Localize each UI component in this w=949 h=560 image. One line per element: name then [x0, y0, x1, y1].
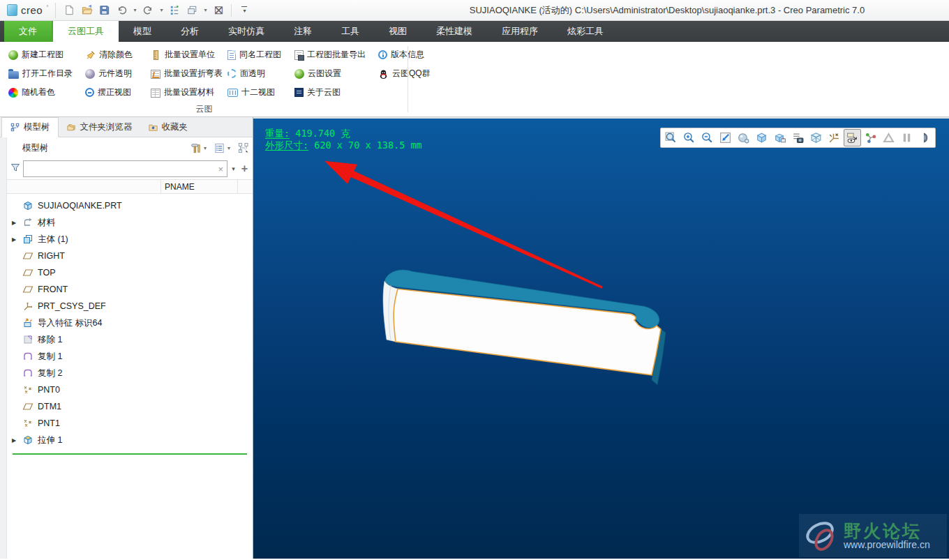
tree-item-dtm1[interactable]: DTM1 — [10, 398, 253, 415]
model-tree: SUJIAOQIANKE.PRT ▶材料 ▶主体 (1) RIGHT TOP F… — [7, 194, 253, 559]
body-icon — [22, 234, 33, 245]
filter-clear-icon[interactable]: × — [217, 164, 225, 174]
undo-icon[interactable] — [114, 3, 129, 18]
display-style-icon[interactable] — [753, 129, 770, 146]
refit-icon[interactable] — [717, 129, 734, 146]
close-window-icon[interactable]: ⛝ — [211, 3, 226, 18]
tree-settings-icon[interactable] — [214, 142, 225, 154]
perspective-icon[interactable] — [807, 129, 825, 146]
annotation-display-icon[interactable] — [844, 129, 861, 146]
insert-here-indicator[interactable] — [13, 453, 247, 455]
clear-colors-button[interactable]: 清除颜色 — [82, 45, 142, 64]
orient-view-button[interactable]: 摆正视图 — [82, 83, 142, 102]
random-coloring-button[interactable]: 随机着色 — [6, 83, 77, 102]
navigator-tabs: 模型树 文件夹浏览器 收藏夹 — [0, 117, 253, 137]
green-sphere-icon — [8, 50, 18, 60]
open-file-icon[interactable] — [79, 3, 94, 18]
filter-add-icon[interactable]: + — [239, 162, 250, 175]
expand-arrow[interactable]: ▶ — [10, 437, 18, 444]
tree-item-csys[interactable]: PRT_CSYS_DEF — [10, 298, 253, 315]
open-working-directory-button[interactable]: 打开工作目录 — [6, 64, 77, 83]
tree-hide-columns-icon[interactable] — [237, 142, 250, 154]
tree-filter-input[interactable] — [26, 164, 217, 174]
tree-item-pnt0[interactable]: PNT0 — [10, 381, 253, 398]
yuntu-settings-button[interactable]: 云图设置 — [292, 64, 370, 83]
tree-item-material[interactable]: ▶材料 — [10, 214, 253, 231]
batch-set-units-button[interactable]: 批量设置单位 — [148, 45, 219, 64]
save-icon[interactable] — [96, 3, 112, 18]
view-manager-icon[interactable] — [789, 129, 807, 146]
tab-applications[interactable]: 应用程序 — [487, 21, 553, 42]
tree-item-front-plane[interactable]: FRONT — [10, 281, 253, 298]
tab-tools[interactable]: 工具 — [327, 21, 374, 42]
shading-style-icon[interactable] — [735, 129, 752, 146]
datum-display-icon[interactable] — [825, 129, 843, 146]
tree-settings-dropdown-icon[interactable]: ▾ — [225, 145, 232, 151]
windows-icon[interactable] — [184, 3, 200, 18]
tree-tools-icon[interactable] — [190, 142, 202, 154]
customize-qat-icon[interactable]: ▾ — [237, 3, 252, 18]
clipping-icon[interactable] — [916, 129, 934, 146]
tab-annotate[interactable]: 注释 — [279, 21, 327, 42]
weight-value: 419.740 克 — [290, 128, 350, 139]
zoom-out-icon[interactable] — [698, 129, 716, 146]
tree-item-import-feature[interactable]: 导入特征 标识64 — [10, 315, 253, 331]
tree-column-header[interactable]: PNAME — [7, 179, 253, 194]
new-drawing-button[interactable]: 新建工程图 — [6, 45, 77, 64]
model-tree-icon — [10, 122, 20, 133]
undo-dropdown-icon[interactable]: ▾ — [131, 7, 138, 13]
tab-flexible-modeling[interactable]: 柔性建模 — [421, 21, 487, 42]
navigator-panel: 模型树 文件夹浏览器 收藏夹 模型树 ▾ ▾ — [0, 117, 253, 559]
tab-folder-browser[interactable]: 文件夹浏览器 — [59, 117, 140, 137]
spin-center-icon[interactable] — [862, 129, 879, 146]
tree-filter-box: × — [23, 160, 227, 177]
twelve-views-button[interactable]: 十二视图 — [225, 83, 286, 102]
tree-item-top-plane[interactable]: TOP — [10, 264, 253, 281]
tab-favorites[interactable]: 收藏夹 — [140, 117, 196, 137]
tree-tools-dropdown-icon[interactable]: ▾ — [202, 145, 209, 151]
tab-live-simulation[interactable]: 实时仿真 — [214, 21, 279, 42]
saved-orientations-icon[interactable] — [771, 129, 789, 146]
datum-plane-icon — [22, 250, 33, 262]
tree-item-remove-1[interactable]: 移除 1 — [10, 331, 253, 348]
mass-properties-readout: 重量: 419.740 克 外形尺寸: 620 x 70 x 138.5 mm — [265, 128, 422, 151]
component-transparency-button[interactable]: 元件透明 — [82, 64, 142, 83]
regenerate-icon[interactable] — [167, 3, 182, 18]
tree-item-pnt1[interactable]: PNT1 — [10, 415, 253, 432]
graphics-viewport[interactable]: 重量: 419.740 克 外形尺寸: 620 x 70 x 138.5 mm — [253, 117, 949, 559]
tab-model[interactable]: 模型 — [119, 21, 166, 42]
version-info-button[interactable]: 版本信息 — [375, 45, 431, 64]
material-table-icon — [151, 89, 160, 98]
zoom-in-icon[interactable] — [680, 129, 698, 146]
batch-export-drawings-button[interactable]: 工程图批量导出 — [292, 45, 370, 64]
expand-arrow[interactable]: ▶ — [10, 220, 18, 226]
tree-item-right-plane[interactable]: RIGHT — [10, 248, 253, 264]
filter-dropdown-icon[interactable]: ▾ — [230, 165, 237, 172]
redo-dropdown-icon[interactable]: ▾ — [158, 7, 165, 13]
batch-set-material-button[interactable]: 批量设置材料 — [148, 83, 219, 102]
expand-arrow[interactable]: ▶ — [10, 236, 18, 243]
simulate-icon[interactable] — [880, 129, 897, 146]
about-yuntu-button[interactable]: 关于云图 — [292, 83, 370, 102]
tree-item-root[interactable]: SUJIAOQIANKE.PRT — [10, 197, 253, 214]
face-transparency-button[interactable]: 面透明 — [225, 64, 286, 83]
tree-item-copy-1[interactable]: 复制 1 — [10, 348, 253, 365]
yuntu-qq-group-button[interactable]: 云图QQ群 — [375, 64, 431, 83]
watermark-url: www.proewildfire.cn — [844, 540, 930, 550]
tab-analysis[interactable]: 分析 — [166, 21, 214, 42]
new-file-icon[interactable] — [61, 3, 77, 18]
zoom-region-icon[interactable] — [662, 129, 680, 146]
pause-icon[interactable] — [898, 129, 916, 146]
tab-file[interactable]: 文件 — [4, 21, 52, 42]
tree-item-copy-2[interactable]: 复制 2 — [10, 365, 253, 381]
batch-set-bend-table-button[interactable]: 批量设置折弯表 — [148, 64, 219, 83]
redo-icon[interactable] — [140, 3, 156, 18]
tree-item-extrude-1[interactable]: ▶拉伸 1 — [10, 432, 253, 448]
tab-xuancai-tools[interactable]: 炫彩工具 — [553, 21, 618, 42]
same-name-drawing-button[interactable]: 同名工程图 — [225, 45, 286, 64]
tab-yuntu-tools[interactable]: 云图工具 — [52, 21, 119, 42]
tab-model-tree[interactable]: 模型树 — [1, 117, 59, 137]
windows-dropdown-icon[interactable]: ▾ — [202, 7, 209, 13]
tab-view[interactable]: 视图 — [374, 21, 421, 42]
tree-item-body[interactable]: ▶主体 (1) — [10, 231, 253, 248]
